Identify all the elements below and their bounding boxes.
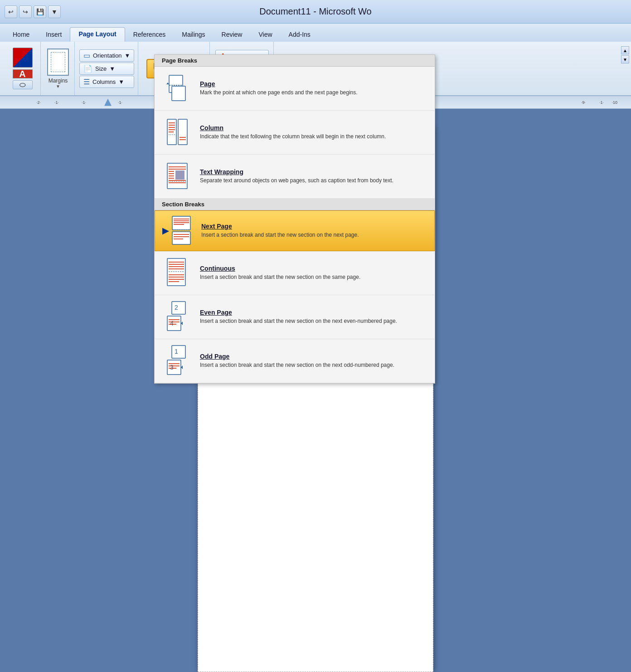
columns-icon: ☰ [83,78,90,86]
theme-icon[interactable] [13,48,33,68]
theme-group: A ⬭ [5,42,41,95]
tab-insert[interactable]: Insert [38,28,70,42]
menu-item-continuous[interactable]: Continuous Insert a section break and st… [155,251,435,295]
ribbon-tabs: Home Insert Page Layout References Maili… [0,24,631,42]
svg-rect-50 [172,302,185,314]
margins-group: Margins ▼ [42,42,75,95]
even-page-icon: 2 4 [162,300,193,334]
tab-view[interactable]: View [250,28,280,42]
page-break-icon [162,71,193,106]
tab-mailings[interactable]: Mailings [174,28,213,42]
tab-references[interactable]: References [125,28,174,42]
odd-page-item-text: Odd Page Insert a section break and star… [200,353,427,369]
menu-item-odd-page[interactable]: 1 3 Odd Page Insert a section break [155,339,435,383]
tab-home[interactable]: Home [5,28,38,42]
even-page-item-text: Even Page Insert a section break and sta… [200,309,427,325]
title-bar: ↩ ↪ 💾 ▼ Document11 - Microsoft Wo [0,0,631,24]
window-title: Document11 - Microsoft Wo [259,6,372,17]
orientation-icon: ▭ [83,51,90,60]
column-break-icon [162,115,193,150]
menu-item-column[interactable]: Column Indicate that the text following … [155,111,435,155]
svg-text:3: 3 [170,364,174,371]
font-color-icon[interactable]: A [13,69,33,78]
next-page-icon-group: ▶ [162,215,194,246]
menu-item-even-page[interactable]: 2 4 Even Page Insert a section brea [155,295,435,339]
next-page-item-title: Next Page [201,223,427,230]
breaks-menu: Page Breaks Page Mark the point at which… [154,54,435,384]
svg-text:1: 1 [175,348,178,355]
tab-stop-marker[interactable] [104,99,112,106]
quick-access-toolbar: ↩ ↪ 💾 ▼ [5,5,61,18]
page-breaks-header: Page Breaks [155,55,435,67]
even-page-item-title: Even Page [200,309,427,316]
shape-icon[interactable]: ⬭ [13,80,33,89]
tab-addins[interactable]: Add-Ins [281,28,319,42]
svg-rect-58 [172,346,185,358]
svg-rect-20 [175,170,184,180]
column-item-title: Column [200,124,427,131]
svg-text:2: 2 [175,304,178,311]
save-button[interactable]: 💾 [34,5,46,18]
column-item-text: Column Indicate that the text following … [200,124,427,141]
scroll-down-button[interactable]: ▼ [621,55,629,63]
menu-item-page[interactable]: Page Mark the point at which one page en… [155,67,435,111]
tab-review[interactable]: Review [214,28,251,42]
orientation-button[interactable]: ▭ Orientation ▼ [79,49,134,62]
page-item-desc: Mark the point at which one page ends an… [200,89,427,97]
next-page-item-text: Next Page Insert a section break and sta… [201,223,427,239]
margins-icon[interactable] [47,49,69,76]
svg-rect-10 [178,119,187,145]
svg-rect-60 [167,360,181,375]
svg-marker-8 [166,83,169,84]
menu-item-text-wrapping[interactable]: Text Wrapping Separate text around objec… [155,155,435,199]
page-setup-buttons-group: ▭ Orientation ▼ 📄 Size ▼ ☰ Columns ▼ [76,42,138,95]
size-button[interactable]: 📄 Size ▼ [79,63,134,75]
tab-page-layout[interactable]: Page Layout [70,27,125,42]
margins-label: Margins [49,78,68,84]
svg-rect-52 [167,316,181,331]
odd-page-item-desc: Insert a section break and start the new… [200,361,427,369]
menu-item-next-page[interactable]: ▶ [155,210,435,251]
customize-qat-button[interactable]: ▼ [48,5,61,18]
undo-button[interactable]: ↩ [5,5,17,18]
section-breaks-header: Section Breaks [155,199,435,210]
continuous-item-title: Continuous [200,265,427,272]
svg-rect-7 [172,86,185,101]
page-item-title: Page [200,80,427,88]
column-item-desc: Indicate that the text following the col… [200,133,427,141]
svg-rect-36 [172,232,190,244]
text-wrapping-icon [162,159,193,194]
text-wrapping-item-text: Text Wrapping Separate text around objec… [200,168,427,185]
size-icon: 📄 [83,64,92,73]
text-wrapping-item-desc: Separate text around objects on web page… [200,177,427,185]
next-page-item-desc: Insert a section break and start the new… [201,231,427,239]
odd-page-icon: 1 3 [162,344,193,378]
odd-page-item-title: Odd Page [200,353,427,360]
redo-button[interactable]: ↪ [19,5,32,18]
scroll-up-button[interactable]: ▲ [621,46,629,54]
svg-text:4: 4 [170,320,174,327]
next-page-arrow-icon: ▶ [162,226,169,236]
document-area: Page Breaks Page Mark the point at which… [0,109,631,672]
continuous-item-text: Continuous Insert a section break and st… [200,265,427,281]
svg-rect-30 [172,216,190,230]
text-wrapping-item-title: Text Wrapping [200,168,427,175]
even-page-item-desc: Insert a section break and start the new… [200,317,427,325]
ribbon-scroll: ▲ ▼ [621,46,629,63]
page-item-text: Page Mark the point at which one page en… [200,80,427,97]
continuous-icon [162,256,193,290]
columns-button[interactable]: ☰ Columns ▼ [79,76,134,88]
continuous-item-desc: Insert a section break and start the new… [200,273,427,281]
